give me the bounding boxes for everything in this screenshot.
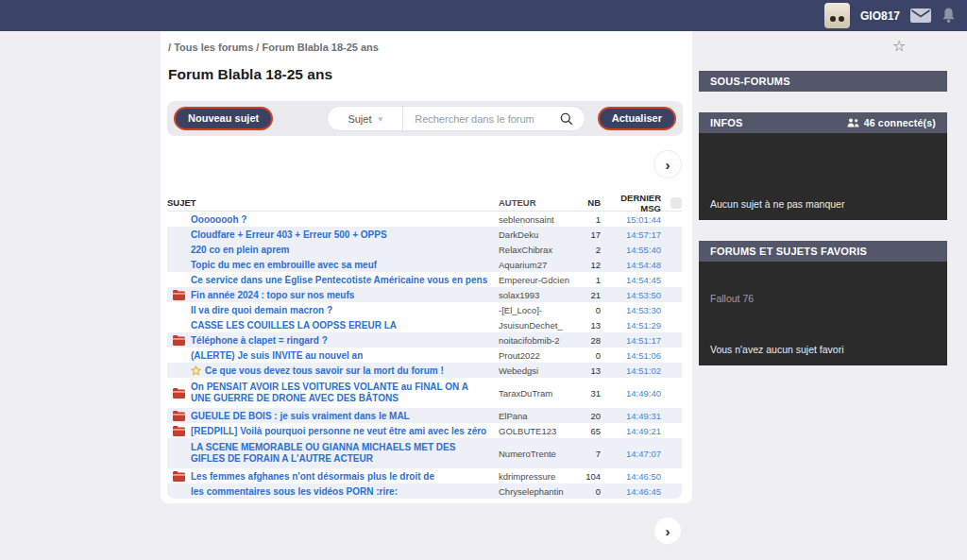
topic-title: CASSE LES COUILLES LA OOPSS EREUR LA bbox=[191, 320, 397, 331]
infos-empty-message: Aucun sujet à ne pas manquer bbox=[710, 198, 844, 210]
topic-link[interactable]: Topic du mec en embrouille avec sa meuf bbox=[191, 260, 377, 270]
topic-link[interactable]: Fin année 2024 : topo sur nos meufs bbox=[191, 290, 354, 300]
topic-link[interactable]: LA SCENE MEMORABLE OU GIANNA MICHAELS ME… bbox=[191, 439, 487, 468]
topic-author[interactable]: Aquarium27 bbox=[487, 260, 572, 270]
topic-last-msg-time[interactable]: 14:49:21 bbox=[601, 426, 661, 436]
topic-link[interactable]: [REDPILL] Voilà pourquoi personne ne veu… bbox=[191, 426, 487, 436]
topic-last-msg-time[interactable]: 14:55:40 bbox=[601, 245, 661, 255]
breadcrumb-all-forums[interactable]: Tous les forums bbox=[174, 42, 253, 53]
topic-author[interactable]: TaraxDuTram bbox=[487, 388, 572, 399]
topic-link[interactable]: GUEULE DE BOIS : je suis vraiment dans l… bbox=[191, 411, 410, 421]
topic-last-msg-time[interactable]: 14:46:50 bbox=[601, 471, 661, 482]
table-row: (ALERTE) Je suis INVITÉ au nouvel an Pro… bbox=[167, 348, 682, 363]
next-page-button[interactable]: › bbox=[654, 151, 681, 178]
topic-author[interactable]: JsuisunDechet_ bbox=[487, 320, 572, 331]
topic-link[interactable]: On PENSAIT AVOIR LES VOITURES VOLANTE au… bbox=[191, 379, 487, 408]
topic-author[interactable]: kdrimpressure bbox=[487, 471, 572, 482]
topic-reply-count: 12 bbox=[572, 260, 601, 270]
topic-title: On PENSAIT AVOIR LES VOITURES VOLANTE au… bbox=[191, 382, 487, 405]
favorite-star-icon[interactable]: ☆ bbox=[892, 39, 906, 54]
topic-link[interactable]: Les femmes afghanes n'ont désormais plus… bbox=[191, 471, 434, 482]
topic-link[interactable]: (ALERTE) Je suis INVITÉ au nouvel an bbox=[191, 350, 363, 361]
topic-link[interactable]: Il va dire quoi demain macron ? bbox=[191, 305, 332, 315]
favorites-title: FORUMS ET SUJETS FAVORIS bbox=[710, 246, 867, 257]
topic-last-msg-time[interactable]: 14:51:06 bbox=[601, 350, 661, 361]
topic-title: Oooooooh ? bbox=[191, 214, 246, 225]
topic-title: Téléphone à clapet = ringard ? bbox=[191, 335, 328, 346]
topic-last-msg-time[interactable]: 14:49:40 bbox=[601, 388, 661, 399]
topic-reply-count: 0 bbox=[572, 350, 601, 361]
new-topic-button[interactable]: Nouveau sujet bbox=[174, 107, 273, 130]
topic-title: Les femmes afghanes n'ont désormais plus… bbox=[191, 471, 434, 482]
avatar[interactable] bbox=[824, 3, 850, 28]
table-row: 220 co en plein aprem RelaxChibrax 2 14:… bbox=[167, 242, 682, 257]
topic-link[interactable]: 220 co en plein aprem bbox=[191, 245, 290, 255]
topic-author[interactable]: noitacifobmib-2 bbox=[487, 335, 572, 346]
topic-author[interactable]: Empereur-Gdcien bbox=[487, 275, 572, 285]
infos-panel: Aucun sujet à ne pas manquer bbox=[699, 133, 947, 220]
table-row: On PENSAIT AVOIR LES VOITURES VOLANTE au… bbox=[167, 378, 682, 408]
header-last-msg: DERNIER MSG bbox=[601, 195, 661, 213]
table-row: Téléphone à clapet = ringard ? noitacifo… bbox=[167, 332, 682, 348]
topic-last-msg-time[interactable]: 14:49:31 bbox=[601, 411, 661, 421]
topic-last-msg-time[interactable]: 14:51:29 bbox=[601, 320, 661, 331]
topic-last-msg-time[interactable]: 14:53:30 bbox=[601, 305, 661, 315]
breadcrumb-current-forum[interactable]: Forum Blabla 18-25 ans bbox=[262, 42, 379, 53]
topic-last-msg-time[interactable]: 14:47:07 bbox=[601, 449, 661, 459]
refresh-button[interactable]: Actualiser bbox=[598, 107, 676, 130]
topbar: GIO817 bbox=[0, 0, 967, 31]
favorite-forum-link[interactable]: Fallout 76 bbox=[710, 293, 754, 304]
infos-title: INFOS bbox=[710, 117, 743, 128]
topic-author[interactable]: RelaxChibrax bbox=[487, 245, 572, 255]
header-count: NB bbox=[572, 197, 601, 208]
topic-link[interactable]: les commentaires sous les vidéos PORN :r… bbox=[191, 486, 398, 497]
topic-author[interactable]: ElPana bbox=[487, 411, 572, 421]
topic-reply-count: 31 bbox=[572, 388, 601, 399]
subforums-title: SOUS-FORUMS bbox=[710, 76, 790, 87]
topic-author[interactable]: DarkDeku bbox=[487, 229, 572, 240]
topic-title: Il va dire quoi demain macron ? bbox=[191, 305, 332, 315]
topic-last-msg-time[interactable]: 14:53:50 bbox=[601, 290, 661, 300]
topic-author[interactable]: Chryselephantin bbox=[487, 486, 572, 497]
topic-author[interactable]: Prout2022 bbox=[487, 350, 572, 361]
breadcrumb-separator: / bbox=[256, 42, 259, 53]
topic-icon-cell bbox=[167, 388, 191, 399]
topic-link[interactable]: Ce service dans une Église Pentecotiste … bbox=[191, 275, 487, 285]
topic-link[interactable]: CASSE LES COUILLES LA OOPSS EREUR LA bbox=[191, 320, 397, 331]
topic-last-msg-time[interactable]: 14:54:45 bbox=[601, 275, 661, 285]
topic-author[interactable]: GOLBUTE123 bbox=[487, 426, 572, 436]
topic-icon-cell bbox=[167, 290, 191, 300]
topic-author[interactable]: seblenonsaint bbox=[487, 214, 572, 225]
select-all-checkbox[interactable] bbox=[670, 197, 682, 209]
topic-last-msg-time[interactable]: 14:54:48 bbox=[601, 260, 661, 270]
next-page-button-bottom[interactable]: › bbox=[654, 518, 681, 544]
topic-link[interactable]: Cloudfare + Erreur 403 + Erreur 500 + OP… bbox=[191, 229, 387, 240]
hot-folder-icon bbox=[173, 290, 185, 300]
search-filter-select[interactable]: Sujet ▾ bbox=[328, 107, 403, 130]
search-icon[interactable] bbox=[560, 112, 585, 126]
topic-author[interactable]: NumeroTrente bbox=[487, 449, 572, 459]
topic-author[interactable]: solax1993 bbox=[487, 290, 572, 300]
search-input[interactable] bbox=[403, 113, 560, 125]
topic-link[interactable]: Oooooooh ? bbox=[191, 214, 246, 225]
topic-link[interactable]: Téléphone à clapet = ringard ? bbox=[191, 335, 328, 346]
bell-icon[interactable] bbox=[942, 8, 956, 24]
topic-author[interactable]: -[El_Loco]- bbox=[487, 305, 572, 315]
topic-last-msg-time[interactable]: 14:46:45 bbox=[601, 486, 661, 497]
username[interactable]: GIO817 bbox=[860, 9, 900, 23]
topic-link[interactable]: Ce que vous devez tous savoir sur la mor… bbox=[191, 365, 444, 376]
topic-title: [REDPILL] Voilà pourquoi personne ne veu… bbox=[191, 426, 487, 436]
hot-folder-icon bbox=[173, 388, 185, 399]
topic-last-msg-time[interactable]: 14:51:17 bbox=[601, 335, 661, 346]
connected-users-icon bbox=[847, 118, 859, 127]
topic-last-msg-time[interactable]: 14:51:02 bbox=[601, 365, 661, 376]
mail-icon[interactable] bbox=[910, 8, 931, 23]
topic-last-msg-time[interactable]: 15:01:44 bbox=[601, 214, 661, 225]
topic-last-msg-time[interactable]: 14:57:17 bbox=[601, 229, 661, 240]
connected-count[interactable]: 46 connecté(s) bbox=[864, 117, 936, 128]
topic-title: Fin année 2024 : topo sur nos meufs bbox=[191, 290, 354, 300]
topic-author[interactable]: Webedgsi bbox=[487, 365, 572, 376]
pinned-star-icon bbox=[191, 365, 201, 376]
topic-reply-count: 28 bbox=[572, 335, 601, 346]
topic-reply-count: 13 bbox=[572, 320, 601, 331]
